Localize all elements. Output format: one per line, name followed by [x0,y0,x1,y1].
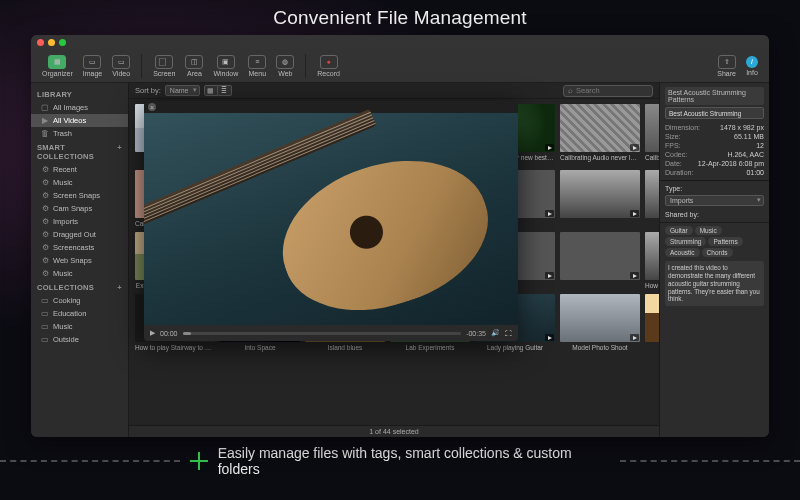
thumbnail[interactable]: Calibrating Audio never looke… [560,104,640,168]
k: Shared by: [665,211,699,218]
view-grid-icon[interactable]: ▦ [204,85,218,96]
tag[interactable]: Patterns [708,237,742,246]
thumbnail-label: Monumential [645,342,659,354]
k: Type: [665,185,682,192]
info-icon: i [746,56,758,68]
close-icon[interactable]: × [148,103,156,111]
k: Duration: [665,169,693,176]
sidebar-item-all-images[interactable]: ▢All Images [31,101,128,114]
image-button[interactable]: ▭Image [80,55,105,77]
tag[interactable]: Guitar [665,226,693,235]
video-icon [630,144,639,151]
folder-icon: ▭ [41,336,49,344]
image-icon: ▢ [41,104,49,112]
seek-bar[interactable] [183,332,462,335]
sidebar-item-cam-snaps[interactable]: ⚙Cam Snaps [31,202,128,215]
minimize-icon[interactable] [48,39,55,46]
plus-icon [190,452,208,470]
k: Codec: [665,151,687,158]
collections-header: COLLECTIONS+ [31,280,128,294]
video-icon [545,334,554,341]
sidebar-item-recent[interactable]: ⚙Recent [31,163,128,176]
thumbnail[interactable] [560,170,640,230]
thumbnail-label: How to play Stairway to Heaven [135,342,215,354]
preview-image [144,113,518,325]
thumbnail-label: Lady playing Guitar [475,342,555,354]
type-select[interactable]: Imports [665,195,764,206]
search-input[interactable]: ⌕ Search [563,85,653,97]
l: Web [278,70,292,77]
gear-icon: ⚙ [41,166,49,174]
video-button[interactable]: ▭Video [109,55,133,77]
sidebar-item-music-2[interactable]: ⚙Music [31,267,128,280]
thumbnail[interactable] [560,232,640,292]
view-list-icon[interactable]: ≣ [218,85,232,96]
close-icon[interactable] [37,39,44,46]
sidebar-item-outside[interactable]: ▭Outside [31,333,128,346]
toolbar: ▦Organizer ▭Image ▭Video ⃞Screen ◫Area ▣… [31,49,769,83]
sidebar-item-web-snaps[interactable]: ⚙Web Snaps [31,254,128,267]
video-label: Video [112,70,130,77]
video-icon [630,272,639,279]
web-button[interactable]: ◍Web [273,55,297,77]
volume-icon[interactable]: 🔊 [491,329,500,337]
info-button[interactable]: iInfo [743,56,761,76]
add-collection-icon[interactable]: + [117,283,122,292]
tag[interactable]: Acoustic [665,248,700,257]
tag[interactable]: Chords [702,248,733,257]
sidebar-item-dragged-out[interactable]: ⚙Dragged Out [31,228,128,241]
sort-select[interactable]: Name [165,85,200,96]
thumbnail[interactable]: Model Photo Shoot [560,294,640,354]
thumbnail[interactable]: Eagle Paradise [645,170,659,230]
sidebar-item-imports[interactable]: ⚙Imports [31,215,128,228]
thumbnail-label: Model Photo Shoot [560,342,640,354]
tag[interactable]: Strumming [665,237,706,246]
add-smart-icon[interactable]: + [117,143,122,161]
inspector-title: Best Acoustic Strumming Patterns [665,87,764,105]
l: Info [746,69,758,76]
menu-button[interactable]: ≡Menu [245,55,269,77]
name-field[interactable]: Best Acoustic Strumming Patterns [665,107,764,119]
record-button[interactable]: ●Record [314,55,343,77]
sidebar-item-screen-snaps[interactable]: ⚙Screen Snaps [31,189,128,202]
gear-icon: ⚙ [41,218,49,226]
v: 01:00 [746,169,764,176]
sidebar-item-music-col[interactable]: ▭Music [31,320,128,333]
thumbnail[interactable]: Calibrating Audio never looke… [645,104,659,168]
video-icon [630,210,639,217]
tag[interactable]: Music [695,226,722,235]
screen-button[interactable]: ⃞Screen [150,55,178,77]
gear-icon: ⚙ [41,179,49,187]
sort-label: Sort by: [135,86,161,95]
organizer-button[interactable]: ▦Organizer [39,55,76,77]
thumbnail-label: Into Space [220,342,300,354]
sidebar-item-screencasts[interactable]: ⚙Screencasts [31,241,128,254]
notes-field[interactable]: I created this video to demonstrate the … [665,261,764,306]
video-icon [545,144,554,151]
fullscreen-icon[interactable]: ⛶ [505,330,512,337]
thumbnail-label: Eagle Paradise [645,218,659,230]
gear-icon: ⚙ [41,244,49,252]
play-icon[interactable]: ▶ [150,329,155,337]
area-button[interactable]: ◫Area [182,55,206,77]
k: Dimension: [665,124,700,131]
l: Screen [153,70,175,77]
thumbnail-label: Island blues [305,342,385,354]
share-button[interactable]: ⇧Share [714,55,739,77]
sidebar: LIBRARY ▢All Images ▶All Videos 🗑Trash S… [31,83,129,437]
window-button[interactable]: ▣Window [210,55,241,77]
library-header: LIBRARY [31,87,128,101]
gear-icon: ⚙ [41,231,49,239]
sidebar-item-cooking[interactable]: ▭Cooking [31,294,128,307]
sidebar-item-education[interactable]: ▭Education [31,307,128,320]
v: 12-Apr-2018 6:08 pm [698,160,764,167]
zoom-icon[interactable] [59,39,66,46]
video-icon [545,272,554,279]
sidebar-item-all-videos[interactable]: ▶All Videos [31,114,128,127]
thumbnail[interactable]: Monumential [645,294,659,354]
sidebar-item-music[interactable]: ⚙Music [31,176,128,189]
app-window: ▦Organizer ▭Image ▭Video ⃞Screen ◫Area ▣… [31,35,769,437]
tags: GuitarMusicStrummingPatternsAcousticChor… [665,226,764,257]
sidebar-item-trash[interactable]: 🗑Trash [31,127,128,140]
thumbnail[interactable]: How to play Imagine by John… [645,232,659,292]
